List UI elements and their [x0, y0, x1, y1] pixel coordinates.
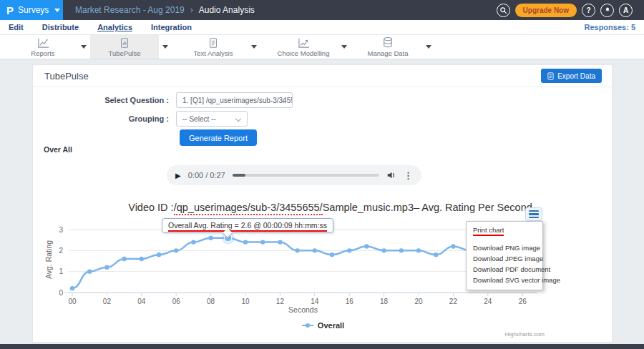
toolbar-tubepulse[interactable]: TubePulse: [90, 35, 159, 59]
database-icon: [382, 36, 394, 49]
caret-down-icon: [341, 45, 347, 49]
speaker-icon: [386, 170, 396, 180]
player-menu-button[interactable]: ⋮: [404, 171, 413, 180]
divider: [33, 87, 612, 87]
toolbar-reports-caret[interactable]: [77, 35, 90, 59]
svg-text:26: 26: [519, 298, 527, 305]
toolbar-tubepulse-label: TubePulse: [108, 49, 140, 57]
hamburger-icon: [529, 217, 539, 219]
chart-context-menu-button[interactable]: [525, 207, 542, 221]
highcharts-credit[interactable]: Highcharts.com: [504, 331, 545, 338]
menu-download-jpeg[interactable]: Download JPEG image: [467, 253, 542, 264]
svg-text:0: 0: [59, 289, 63, 297]
tubepulse-panel: TubePulse Export Data Select Question : …: [32, 64, 613, 343]
surveys-menu[interactable]: P Surveys: [0, 0, 63, 20]
generate-report-button[interactable]: Generate Report: [180, 129, 257, 146]
survey-nav: Edit Distribute Analytics Integration Re…: [0, 20, 644, 35]
svg-text:3: 3: [59, 226, 63, 234]
toolbar-text-analysis[interactable]: Text Analysis: [179, 35, 248, 59]
toolbar-manage-data-caret[interactable]: [422, 35, 435, 59]
svg-text:06: 06: [172, 298, 181, 305]
breadcrumb: Market Research - Aug 2019 › Audio Analy…: [75, 5, 255, 15]
export-file-icon: [547, 72, 554, 80]
volume-button[interactable]: [386, 170, 396, 180]
responses-count: Responses: 5: [584, 23, 635, 31]
svg-text:20: 20: [414, 298, 423, 305]
avatar[interactable]: A: [619, 4, 633, 17]
hamburger-icon: [529, 213, 539, 215]
grouping-dropdown[interactable]: -- Select --: [176, 111, 248, 127]
play-button[interactable]: ▶: [175, 172, 181, 180]
chevron-down-icon: [235, 116, 241, 122]
surveys-menu-label: Surveys: [18, 5, 49, 15]
svg-text:12: 12: [276, 298, 285, 305]
chart-tooltip: Overall Avg. Rating = 2.6 @ 00:00:09 hh:…: [162, 218, 333, 233]
chevron-down-icon: [54, 9, 60, 12]
text-document-icon: [208, 36, 219, 49]
upgrade-now-button[interactable]: Upgrade Now: [515, 4, 577, 17]
toolbar-manage-data[interactable]: Manage Data: [353, 35, 422, 59]
toolbar-text-analysis-label: Text Analysis: [194, 49, 233, 57]
tubepulse-icon: [119, 36, 130, 49]
svg-text:24: 24: [484, 298, 492, 305]
question-mark-icon: ?: [586, 6, 590, 14]
svg-text:2: 2: [59, 247, 63, 255]
menu-separator: [467, 235, 542, 242]
svg-text:18: 18: [380, 298, 389, 305]
caret-down-icon: [426, 45, 431, 49]
select-question-label: Select Question :: [40, 96, 169, 104]
toolbar-choice-modelling-label: Choice Modelling: [278, 49, 330, 57]
chart-export-menu: Print chart Download PNG image Download …: [466, 221, 543, 290]
svg-text:10: 10: [241, 298, 250, 305]
analytics-toolbar: Reports TubePulse Text Analysis: [0, 35, 644, 59]
toolbar-choice-modelling-caret[interactable]: [338, 35, 351, 59]
help-button[interactable]: ?: [582, 4, 595, 17]
menu-print-chart[interactable]: Print chart: [467, 225, 542, 235]
select-question-dropdown[interactable]: 1. [Q1] /qp_userimages/sub-3/3455655/S..…: [176, 92, 293, 108]
notifications-button[interactable]: [600, 4, 614, 17]
legend-label: Overall: [318, 321, 344, 330]
toolbar-reports-label: Reports: [31, 49, 54, 57]
menu-download-pdf[interactable]: Download PDF document: [467, 264, 542, 275]
svg-text:1: 1: [59, 267, 63, 275]
svg-text:14: 14: [311, 298, 319, 305]
nav-distribute[interactable]: Distribute: [42, 23, 79, 31]
breadcrumb-survey-name[interactable]: Market Research - Aug 2019: [75, 5, 185, 15]
y-axis-title: Avg. Rating: [44, 231, 53, 288]
select-question-value: 1. [Q1] /qp_userimages/sub-3/3455655/S..…: [182, 97, 293, 104]
panel-title: TubePulse: [44, 71, 89, 82]
caret-down-icon: [251, 45, 257, 49]
overall-section-label: Over All: [44, 145, 72, 154]
breadcrumb-separator-icon: ›: [190, 5, 193, 15]
menu-download-png[interactable]: Download PNG image: [467, 242, 542, 253]
line-chart-icon: [36, 36, 50, 49]
export-data-button[interactable]: Export Data: [541, 69, 602, 83]
player-seek-bar[interactable]: [233, 174, 379, 177]
player-seek-thumb[interactable]: [233, 174, 245, 177]
toolbar-reports[interactable]: Reports: [9, 35, 77, 59]
toolbar-choice-modelling[interactable]: Choice Modelling: [269, 35, 338, 59]
nav-integration[interactable]: Integration: [151, 23, 192, 31]
search-button[interactable]: [497, 4, 510, 17]
svg-text:16: 16: [346, 298, 354, 305]
bell-icon: [604, 6, 611, 14]
search-icon: [499, 6, 507, 14]
breadcrumb-current-page: Audio Analysis: [199, 5, 255, 15]
caret-down-icon: [81, 45, 87, 49]
toolbar-tubepulse-caret[interactable]: [159, 35, 172, 59]
chart-container: Video ID :/qp_userimages/sub-3/3455655/S…: [33, 192, 613, 343]
audio-player: ▶ 0:00 / 0:27 ⋮: [167, 165, 421, 185]
nav-edit[interactable]: Edit: [9, 23, 24, 31]
menu-download-svg[interactable]: Download SVG vector image: [467, 275, 542, 285]
svg-text:08: 08: [207, 298, 215, 305]
grouping-label: Grouping :: [40, 114, 169, 123]
x-axis-title: Seconds: [69, 305, 537, 314]
toolbar-text-analysis-caret[interactable]: [248, 35, 260, 59]
svg-text:22: 22: [449, 298, 458, 305]
svg-text:02: 02: [103, 298, 112, 305]
nav-analytics[interactable]: Analytics: [97, 23, 132, 31]
player-time: 0:00 / 0:27: [188, 171, 225, 180]
chart-trend-icon: [297, 36, 311, 49]
grouping-value: -- Select --: [182, 115, 216, 123]
legend-item-overall[interactable]: Overall: [33, 321, 613, 330]
